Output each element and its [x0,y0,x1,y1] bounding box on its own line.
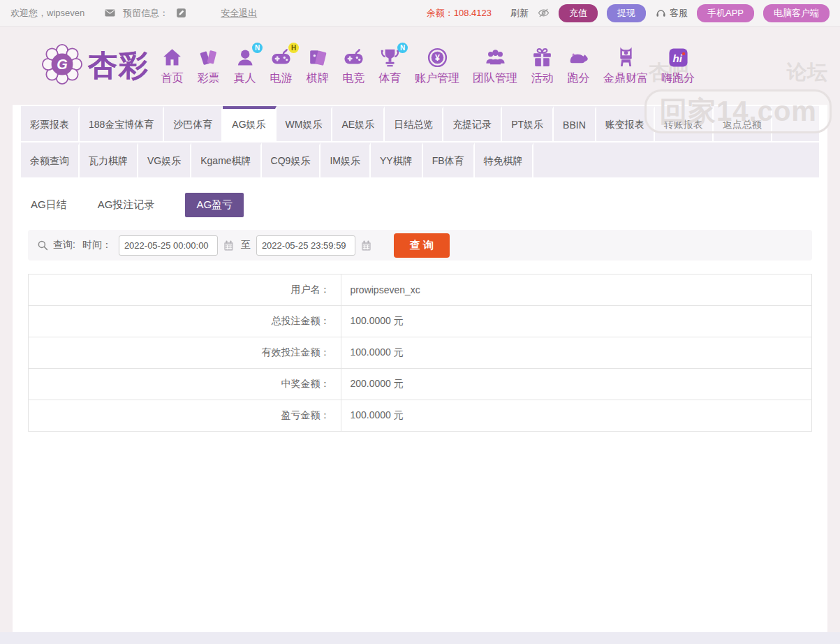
table-row: 用户名：prowipseven_xc [29,275,811,306]
subtab-2[interactable]: AG投注记录 [98,198,155,212]
logo-text: 杏彩 [88,46,149,85]
reserved-info-label: 预留信息： [123,7,168,20]
row-value: 100.0000 元 [341,306,403,337]
topbar: 欢迎您，wipseven 预留信息： 安全退出 余额：108.4123 刷新 充… [0,0,840,27]
tab-row2-4[interactable]: Kgame棋牌 [191,142,261,177]
tab-row2-2[interactable]: 瓦力棋牌 [80,142,138,177]
time-label: 时间： [82,239,112,251]
nav-item-8[interactable]: ¥账户管理 [415,46,459,86]
nav-item-label: 嗨跑分 [661,71,695,86]
svg-text:G: G [57,57,68,72]
tab-row1-9[interactable]: PT娱乐 [502,106,554,141]
tab-row1-8[interactable]: 充提记录 [443,106,502,141]
tab-row2-1[interactable]: 余额查询 [21,142,80,177]
cards-icon [306,46,329,69]
home-icon [161,46,184,69]
table-row: 盈亏金额：100.0000 元 [29,400,811,432]
subtabs: AG日结AG投注记录AG盈亏 [21,179,819,228]
tickets-icon [197,46,220,69]
nav-item-label: 账户管理 [415,71,459,86]
tab-row1-1[interactable]: 彩票报表 [21,106,80,141]
row-value: prowipseven_xc [341,275,420,305]
nav-item-1[interactable]: 首页 [161,46,184,86]
mobile-app-button[interactable]: 手机APP [697,4,754,22]
time-from-input[interactable] [119,235,218,256]
logo-flower-icon: G [42,44,82,87]
balance-value: 108.4123 [454,8,492,18]
withdraw-button[interactable]: 提现 [607,4,646,22]
table-row: 中奖金额：200.0000 元 [29,369,811,400]
row-label: 用户名： [29,275,341,305]
pc-client-button[interactable]: 电脑客户端 [763,4,830,22]
search-button[interactable]: 查 询 [394,233,450,258]
badge-n-icon: N [252,43,263,53]
nav-item-label: 电竞 [343,71,365,86]
footer-strip [0,632,840,644]
nav-item-13[interactable]: hi嗨跑分 [661,46,695,86]
throne-icon [614,46,638,69]
nav-item-9[interactable]: 团队管理 [473,46,517,86]
eye-slash-icon[interactable] [538,7,550,19]
nav-item-label: 电游 [270,71,293,86]
tab-row1-13[interactable]: 返点总额 [714,106,772,141]
nav-item-5[interactable]: 棋牌 [306,46,329,86]
row-label: 中奖金额： [29,369,341,400]
tab-row1-5[interactable]: WM娱乐 [277,106,333,141]
nav-item-3[interactable]: N真人 [233,46,256,86]
tab-row-1: 彩票报表188金宝博体育沙巴体育AG娱乐WM娱乐AE娱乐日结总览充提记录PT娱乐… [21,106,819,141]
nav-item-12[interactable]: 金鼎财富 [603,46,648,86]
time-to-input[interactable] [256,235,355,256]
to-label: 至 [241,239,251,251]
hi-app-icon: hi [667,46,690,69]
nav-item-4[interactable]: H电游 [270,46,293,86]
logout-link[interactable]: 安全退出 [221,7,257,20]
tab-row2-9[interactable]: 特免棋牌 [475,142,533,177]
calendar-icon[interactable] [360,239,373,252]
nav-item-label: 棋牌 [307,71,329,86]
headphones-icon [655,7,667,19]
search-icon [36,239,49,251]
tab-row1-10[interactable]: BBIN [554,106,596,141]
subtab-3[interactable]: AG盈亏 [185,193,244,217]
row-label: 总投注金额： [29,306,341,337]
row-value: 100.0000 元 [341,400,403,431]
gamepad-icon [342,46,365,69]
team-icon [484,46,507,69]
nav-item-11[interactable]: 跑分 [567,46,590,86]
query-label: 查询: [53,239,75,251]
gift-icon [531,46,554,69]
nav-item-6[interactable]: 电竞 [342,46,365,86]
tab-row1-4[interactable]: AG娱乐 [223,106,276,141]
calendar-icon[interactable] [222,239,235,252]
tab-row1-2[interactable]: 188金宝博体育 [80,106,164,141]
tab-row1-12[interactable]: 转账报表 [655,106,714,141]
row-value: 200.0000 元 [341,369,403,400]
table-row: 总投注金额：100.0000 元 [29,306,811,337]
tab-row2-7[interactable]: YY棋牌 [371,142,423,177]
envelope-icon[interactable] [104,7,116,19]
tab-row1-3[interactable]: 沙巴体育 [164,106,223,141]
tab-row1-7[interactable]: 日结总览 [385,106,443,141]
recharge-button[interactable]: 充值 [559,4,598,22]
nav-item-label: 体育 [379,71,401,86]
nav-item-2[interactable]: 彩票 [197,46,220,86]
tab-row2-3[interactable]: VG娱乐 [138,142,191,177]
site-logo[interactable]: G 杏彩 [42,44,149,87]
tab-row2-8[interactable]: FB体育 [423,142,475,177]
edit-icon[interactable] [175,7,187,19]
refresh-button[interactable]: 刷新 [510,7,529,20]
balance-text: 余额：108.4123 [427,7,492,20]
table-row: 有效投注金额：100.0000 元 [29,337,811,369]
row-label: 盈亏金额： [29,400,341,431]
customer-service[interactable]: 客服 [655,7,688,20]
nav-item-7[interactable]: N体育 [378,46,401,86]
tab-row1-6[interactable]: AE娱乐 [332,106,385,141]
header: G 杏彩 首页彩票N真人H电游棋牌电竞N体育¥账户管理团队管理活动跑分金鼎财富h… [0,27,840,105]
nav-item-10[interactable]: 活动 [531,46,554,86]
service-label: 客服 [670,7,688,20]
tab-row2-5[interactable]: CQ9娱乐 [262,142,321,177]
tab-row1-11[interactable]: 账变报表 [596,106,655,141]
report-table: 用户名：prowipseven_xc总投注金额：100.0000 元有效投注金额… [28,274,812,432]
subtab-1[interactable]: AG日结 [31,198,67,212]
tab-row2-6[interactable]: IM娱乐 [320,142,371,177]
